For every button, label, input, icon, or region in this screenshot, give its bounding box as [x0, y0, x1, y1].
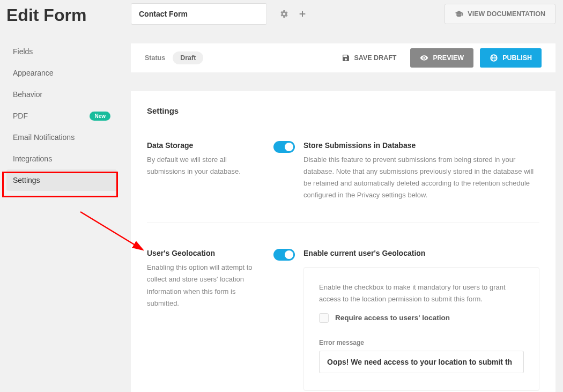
- store-submissions-toggle[interactable]: [273, 141, 295, 153]
- sidebar-item-pdf[interactable]: PDF New: [6, 105, 117, 127]
- error-message-input[interactable]: [319, 351, 524, 373]
- sidebar-item-label: Behavior: [13, 90, 42, 99]
- publish-button[interactable]: PUBLISH: [480, 48, 542, 68]
- inner-description: Enable the checkbox to make it mandatory…: [319, 282, 524, 305]
- panel-title: Settings: [147, 106, 539, 115]
- geolocation-options-box: Enable the checkbox to make it mandatory…: [303, 267, 539, 390]
- data-storage-section: Data Storage By default we will store al…: [147, 115, 539, 223]
- sidebar-item-label: Appearance: [13, 69, 54, 77]
- gear-icon[interactable]: [278, 8, 291, 20]
- section-description: Enabling this option will attempt to col…: [147, 262, 258, 309]
- form-name-input[interactable]: [131, 3, 267, 25]
- sidebar-item-fields[interactable]: Fields: [6, 41, 117, 62]
- status-bar: Status Draft SAVE DRAFT PREVIEW PUBLISH: [131, 43, 555, 72]
- sidebar-item-label: Settings: [13, 176, 40, 184]
- toggle-label: Store Submissions in Database: [303, 141, 539, 150]
- publish-label: PUBLISH: [502, 54, 532, 62]
- view-documentation-button[interactable]: VIEW DOCUMENTATION: [445, 4, 555, 24]
- save-draft-button[interactable]: SAVE DRAFT: [337, 49, 401, 66]
- sidebar-item-appearance[interactable]: Appearance: [6, 62, 117, 84]
- sidebar-item-label: Email Notifications: [13, 133, 75, 142]
- eye-icon: [420, 54, 428, 62]
- svg-line-0: [80, 212, 135, 245]
- sidebar: Fields Appearance Behavior PDF New Email…: [6, 41, 117, 191]
- section-title: User's Geolocation: [147, 249, 258, 257]
- geolocation-toggle[interactable]: [273, 249, 295, 261]
- save-draft-label: SAVE DRAFT: [354, 54, 397, 62]
- page-title: Edit Form: [6, 5, 86, 25]
- geolocation-section: User's Geolocation Enabling this option …: [147, 223, 539, 390]
- sidebar-item-behavior[interactable]: Behavior: [6, 84, 117, 105]
- section-description: By default we will store all submissions…: [147, 154, 258, 177]
- error-message-label: Error message: [319, 339, 524, 346]
- graduation-cap-icon: [455, 10, 463, 18]
- settings-panel: Settings Data Storage By default we will…: [131, 91, 555, 392]
- sidebar-item-label: Integrations: [13, 154, 52, 163]
- save-icon: [342, 54, 350, 62]
- status-value: Draft: [173, 51, 203, 64]
- globe-icon: [490, 54, 498, 62]
- new-badge: New: [90, 112, 110, 121]
- section-title: Data Storage: [147, 141, 258, 150]
- checkbox-label: Require access to users' location: [335, 314, 450, 322]
- sidebar-item-settings[interactable]: Settings: [6, 169, 117, 191]
- sidebar-item-integrations[interactable]: Integrations: [6, 148, 117, 169]
- preview-button[interactable]: PREVIEW: [410, 48, 473, 68]
- plus-icon[interactable]: [296, 8, 309, 20]
- sidebar-item-label: PDF: [13, 112, 28, 120]
- sidebar-item-label: Fields: [13, 47, 33, 56]
- require-location-checkbox[interactable]: [319, 313, 329, 323]
- view-documentation-label: VIEW DOCUMENTATION: [468, 10, 545, 18]
- preview-label: PREVIEW: [433, 54, 464, 62]
- status-label: Status: [145, 54, 165, 62]
- sidebar-item-email-notifications[interactable]: Email Notifications: [6, 127, 117, 148]
- toggle-label: Enable current user's Geolocation: [303, 249, 539, 257]
- toggle-description: Disable this feature to prevent submissi…: [303, 154, 539, 201]
